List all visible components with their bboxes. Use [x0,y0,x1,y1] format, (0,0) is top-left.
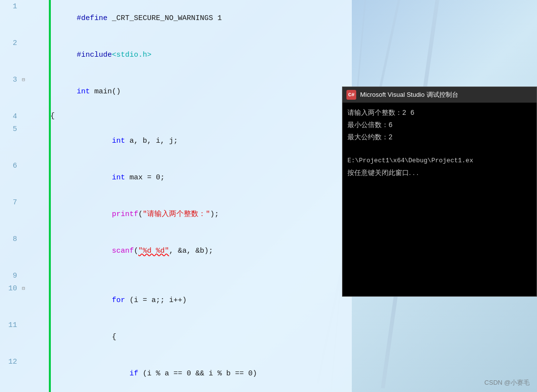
console-app-icon: C# [346,90,356,100]
code-line: printf("请输入两个整数："); [31,196,352,233]
line-num: 9 [0,269,22,282]
line-gutter: ⊟ [22,282,31,319]
table-row: 9 [0,269,352,282]
code-editor: 1 #define _CRT_SECURE_NO_WARNINGS 1 2 #i… [0,0,352,392]
line-gutter [22,159,31,196]
green-line-indicator [49,0,51,392]
code-line [31,269,352,282]
line-num: 11 [0,319,22,355]
line-num: 8 [0,233,22,269]
table-row: 4 { [0,110,352,123]
console-line-2: 最小公倍数：6 [347,119,532,131]
code-table: 1 #define _CRT_SECURE_NO_WARNINGS 1 2 #i… [0,0,352,392]
console-line-4 [347,143,532,155]
line-num: 7 [0,196,22,233]
line-gutter [22,0,31,37]
line-gutter [22,319,31,355]
line-gutter [22,196,31,233]
table-row: 11 { [0,319,352,355]
console-line-5: E:\Project1\x64\Debug\Project1.ex [347,155,532,167]
watermark-text: CSDN @小赛毛 [484,379,530,386]
line-num: 6 [0,159,22,196]
line-num: 3 [0,73,22,110]
code-line: #define _CRT_SECURE_NO_WARNINGS 1 [31,0,352,37]
watermark: CSDN @小赛毛 [484,378,530,387]
line-gutter: ⊟ [22,73,31,110]
collapse-icon[interactable]: ⊟ [22,286,25,291]
line-gutter [22,123,31,159]
code-line: int a, b, i, j; [31,123,352,159]
code-line: scanf("%d %d", &a, &b); [31,233,352,269]
collapse-icon[interactable]: ⊟ [22,77,25,83]
code-line: int main() [31,73,352,110]
line-gutter [22,110,31,123]
line-gutter [22,233,31,269]
line-gutter [22,355,31,392]
console-line-6: 按任意键关闭此窗口. . . [347,167,532,179]
line-num: 1 [0,0,22,37]
line-num: 12 [0,355,22,392]
code-line: for (i = a;; i++) [31,282,352,319]
table-row: 8 scanf("%d %d", &a, &b); [0,233,352,269]
code-line: int max = 0; [31,159,352,196]
table-row: 10 ⊟ for (i = a;; i++) [0,282,352,319]
table-row: 2 #include<stdio.h> [0,37,352,73]
line-num: 10 [0,282,22,319]
table-row: 3 ⊟ int main() [0,73,352,110]
console-icon-label: C# [348,92,354,98]
console-body: 请输入两个整数：2 6 最小公倍数：6 最大公约数：2 E:\Project1\… [343,103,537,183]
line-num: 5 [0,123,22,159]
table-row: 5 int a, b, i, j; [0,123,352,159]
console-titlebar: C# Microsoft Visual Studio 调试控制台 [343,87,537,103]
line-num: 2 [0,37,22,73]
code-line: if (i % a == 0 && i % b == 0) [31,355,352,392]
console-title: Microsoft Visual Studio 调试控制台 [360,90,458,99]
console-line-1: 请输入两个整数：2 6 [347,107,532,119]
table-row: 12 if (i % a == 0 && i % b == 0) [0,355,352,392]
line-gutter [22,37,31,73]
table-row: 1 #define _CRT_SECURE_NO_WARNINGS 1 [0,0,352,37]
code-line: { [31,110,352,123]
console-line-3: 最大公约数：2 [347,131,532,143]
table-row: 6 int max = 0; [0,159,352,196]
table-row: 7 printf("请输入两个整数："); [0,196,352,233]
console-window: C# Microsoft Visual Studio 调试控制台 请输入两个整数… [342,87,537,297]
code-line: #include<stdio.h> [31,37,352,73]
code-line: { [31,319,352,355]
line-num: 4 [0,110,22,123]
line-gutter [22,269,31,282]
